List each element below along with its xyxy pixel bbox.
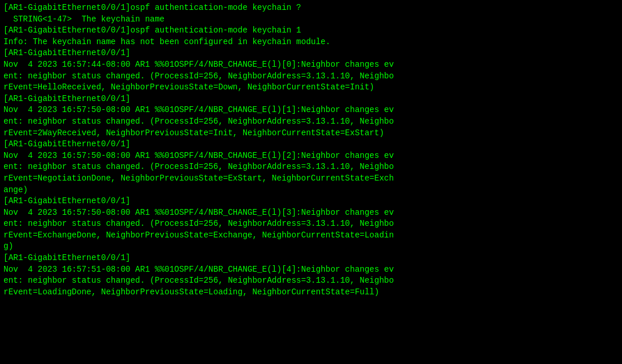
terminal-line: Nov 4 2023 16:57:44-08:00 AR1 %%01OSPF/4… [3, 59, 619, 71]
terminal-line: [AR1-GigabitEthernet0/0/1] [3, 253, 619, 264]
terminal-line: [AR1-GigabitEthernet0/0/1] [3, 139, 619, 150]
terminal-line: Nov 4 2023 16:57:50-08:00 AR1 %%01OSPF/4… [3, 150, 619, 162]
terminal-line: STRING<1-47> The keychain name [3, 14, 619, 26]
terminal-line: ent: neighbor status changed. (ProcessId… [3, 218, 619, 230]
terminal-line: rEvent=HelloReceived, NeighborPreviousSt… [3, 82, 619, 93]
terminal-line: [AR1-GigabitEthernet0/0/1] [3, 48, 619, 59]
terminal-line: ent: neighbor status changed. (ProcessId… [3, 71, 619, 82]
terminal-output: [AR1-GigabitEthernet0/0/1]ospf authentic… [0, 0, 622, 364]
terminal-line: rEvent=LoadingDone, NeighborPreviousStat… [3, 287, 619, 298]
terminal-line: Info: The keychain name has not been con… [3, 37, 619, 48]
terminal-line: Nov 4 2023 16:57:50-08:00 AR1 %%01OSPF/4… [3, 104, 619, 116]
terminal-line: Nov 4 2023 16:57:50-08:00 AR1 %%01OSPF/4… [3, 207, 619, 219]
terminal-line: [AR1-GigabitEthernet0/0/1]ospf authentic… [3, 25, 619, 37]
terminal-line: [AR1-GigabitEthernet0/0/1]ospf authentic… [3, 2, 619, 14]
terminal-line: [AR1-GigabitEthernet0/0/1] [3, 196, 619, 207]
terminal-line: ent: neighbor status changed. (ProcessId… [3, 161, 619, 173]
terminal-line: rEvent=2WayReceived, NeighborPreviousSta… [3, 128, 619, 139]
terminal-line: rEvent=ExchangeDone, NeighborPreviousSta… [3, 230, 619, 242]
terminal-line: ent: neighbor status changed. (ProcessId… [3, 275, 619, 287]
terminal-line: [AR1-GigabitEthernet0/0/1] [3, 93, 619, 105]
terminal-line: g) [3, 241, 619, 253]
terminal-line: Nov 4 2023 16:57:51-08:00 AR1 %%01OSPF/4… [3, 264, 619, 276]
terminal-line: rEvent=NegotiationDone, NeighborPrevious… [3, 173, 619, 185]
terminal-line: ange) [3, 185, 619, 196]
terminal-line: ent: neighbor status changed. (ProcessId… [3, 116, 619, 128]
